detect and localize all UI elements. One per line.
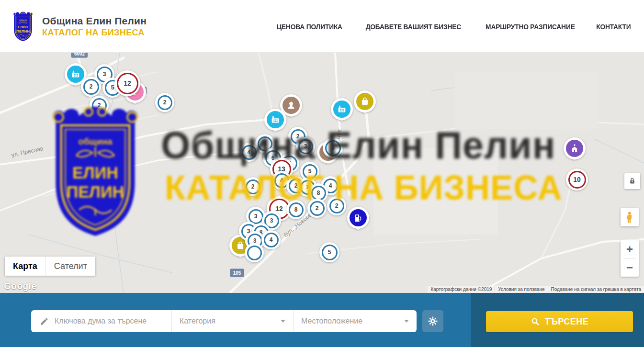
cluster-marker[interactable]: 5 — [319, 242, 339, 262]
map-pin-fuel[interactable] — [347, 207, 369, 229]
fuel-icon — [350, 209, 367, 226]
chevron-down-icon — [404, 320, 409, 323]
category-dropdown-label: Категория — [180, 317, 215, 325]
cluster-marker[interactable]: 4 — [239, 143, 259, 162]
cluster-marker[interactable]: 2 — [243, 177, 262, 196]
road-number-badge: 6002 — [71, 53, 88, 58]
cluster-marker[interactable]: 4 — [261, 230, 281, 249]
cluster-marker[interactable]: 8 — [286, 200, 305, 219]
google-logo[interactable]: Google — [4, 281, 36, 291]
cluster-marker[interactable]: 12 — [114, 70, 140, 96]
municipality-emblem-icon: община ЕЛИН ПЕЛИН — [11, 11, 35, 42]
nav-pricing-policy[interactable]: ЦЕНОВА ПОЛИТИКА — [277, 22, 342, 31]
cluster-marker[interactable]: 2 — [307, 199, 327, 218]
location-dropdown-label: Местоположение — [301, 317, 362, 325]
keyword-search-input[interactable] — [55, 317, 160, 325]
search-icon — [531, 317, 540, 326]
map-view-button[interactable]: Карта — [5, 257, 45, 276]
lock-icon — [628, 177, 636, 185]
gear-icon — [428, 316, 438, 326]
cluster-marker[interactable]: 3 — [296, 137, 315, 156]
report-error-link[interactable]: Подаване на сигнал за грешка в картата — [548, 287, 644, 292]
cluster-marker[interactable]: 2 — [155, 93, 174, 112]
nav-contacts[interactable]: КОНТАКТИ — [597, 22, 631, 31]
pegman-icon — [624, 211, 635, 224]
bag-icon — [356, 93, 373, 110]
terms-link[interactable]: Условия за ползване — [495, 287, 547, 292]
zoom-control: + − — [621, 240, 639, 277]
map-pin-church[interactable] — [564, 137, 586, 159]
cluster-marker[interactable]: 2 — [327, 196, 346, 215]
search-input-group: Категория Местоположение — [31, 310, 417, 332]
map-type-control: Карта Сателит — [5, 257, 95, 276]
pencil-icon — [40, 317, 49, 326]
location-dropdown[interactable]: Местоположение — [293, 310, 417, 332]
factory-icon — [333, 101, 350, 118]
search-submit-label: ТЪРСЕНЕ — [545, 317, 589, 327]
site-logo[interactable]: община ЕЛИН ПЕЛИН Община Елин Пелин КАТА… — [11, 11, 147, 42]
header: община ЕЛИН ПЕЛИН Община Елин Пелин КАТА… — [0, 0, 644, 53]
factory-icon — [67, 66, 84, 83]
cluster-marker[interactable]: 5 — [323, 138, 343, 158]
keyword-section — [31, 310, 171, 332]
search-bar: Категория Местоположение — [0, 293, 644, 347]
cluster-marker[interactable]: 10 — [566, 168, 588, 190]
satellite-view-button[interactable]: Сателит — [45, 257, 95, 276]
map-pin-bag[interactable] — [354, 90, 376, 112]
svg-text:община: община — [19, 19, 27, 21]
chevron-down-icon — [281, 320, 285, 323]
nav-add-your-business[interactable]: ДОБАВЕТЕ ВАШИЯТ БИЗНЕС — [366, 22, 461, 31]
main-nav: ЦЕНОВА ПОЛИТИКА ДОБАВЕТЕ ВАШИЯТ БИЗНЕС М… — [274, 0, 633, 53]
advanced-settings-button[interactable] — [422, 310, 443, 332]
svg-text:ЕЛИН: ЕЛИН — [18, 25, 28, 29]
zoom-in-button[interactable]: + — [621, 240, 639, 258]
road-number-badge: 105 — [230, 269, 244, 277]
google-map[interactable]: ул. Преславбул. „Новоселция6002105 32512… — [0, 53, 644, 293]
map-attribution: Картографски данни ©2019 Условия за полз… — [428, 286, 644, 293]
cluster-marker[interactable] — [245, 243, 264, 262]
site-subtitle: КАТАЛОГ НА БИЗНЕСА — [42, 28, 147, 38]
site-title: Община Елин Пелин — [42, 15, 147, 27]
search-submit-button[interactable]: ТЪРСЕНЕ — [486, 311, 633, 332]
svg-text:ПЕЛИН: ПЕЛИН — [16, 29, 30, 34]
nav-route-schedule[interactable]: МАРШРУТНО РАЗПИСАНИЕ — [486, 22, 575, 31]
scroll-lock-button[interactable] — [624, 173, 640, 189]
zoom-out-button[interactable]: − — [621, 258, 639, 277]
map-pin-factory[interactable] — [264, 109, 286, 131]
church-icon — [566, 140, 583, 157]
map-pin-factory[interactable] — [331, 98, 353, 120]
factory-icon — [267, 111, 284, 128]
pegman-control[interactable] — [621, 208, 639, 226]
cluster-marker[interactable]: 2 — [81, 77, 101, 97]
category-dropdown[interactable]: Категория — [171, 310, 293, 332]
map-copyright: Картографски данни ©2019 — [428, 287, 495, 292]
cluster-marker[interactable]: 2 — [90, 96, 109, 115]
